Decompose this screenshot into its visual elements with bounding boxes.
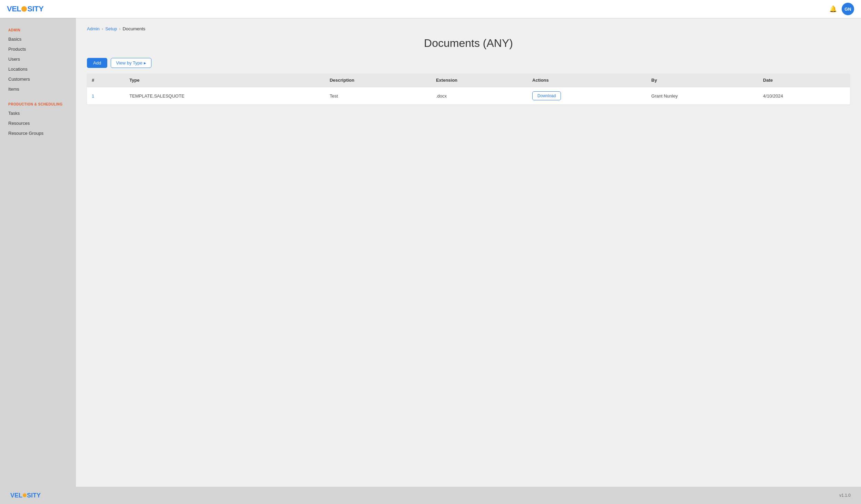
row-by: Grant Nunley: [646, 87, 758, 105]
sidebar-item-users[interactable]: Users: [0, 54, 76, 64]
logo: VELSITY: [7, 4, 43, 13]
footer: VELSITY v1.1.0: [0, 487, 861, 504]
col-header-type: Type: [125, 73, 325, 87]
sidebar-item-resources[interactable]: Resources: [0, 118, 76, 128]
breadcrumb-current: Documents: [123, 26, 146, 31]
documents-table-container: # Type Description Extension Actions By …: [87, 73, 850, 104]
user-avatar[interactable]: GN: [842, 3, 854, 15]
col-header-description: Description: [325, 73, 431, 87]
sidebar-item-tasks[interactable]: Tasks: [0, 108, 76, 118]
col-header-actions: Actions: [527, 73, 646, 87]
sidebar-item-resource-groups[interactable]: Resource Groups: [0, 128, 76, 138]
logo-circle: [21, 6, 27, 12]
breadcrumb: Admin › Setup › Documents: [87, 26, 850, 31]
breadcrumb-sep-1: ›: [102, 26, 103, 31]
breadcrumb-admin[interactable]: Admin: [87, 26, 100, 31]
top-navigation: VELSITY 🔔 GN: [0, 0, 861, 18]
breadcrumb-setup[interactable]: Setup: [105, 26, 117, 31]
row-num: 1: [87, 87, 125, 105]
footer-version: v1.1.0: [839, 493, 851, 498]
table-body: 1 TEMPLATE.SALESQUOTE Test .docx Downloa…: [87, 87, 850, 105]
page-title: Documents (ANY): [87, 37, 850, 50]
view-by-type-button[interactable]: View by Type ▸: [111, 58, 151, 68]
layout: ADMIN Basics Products Users Locations Cu…: [0, 18, 861, 504]
sidebar-item-items[interactable]: Items: [0, 84, 76, 94]
row-date: 4/10/2024: [758, 87, 850, 105]
sidebar-item-products[interactable]: Products: [0, 44, 76, 54]
logo-text-sity: SITY: [27, 4, 43, 13]
row-type: TEMPLATE.SALESQUOTE: [125, 87, 325, 105]
footer-logo-circle: [23, 493, 27, 497]
notification-bell-icon[interactable]: 🔔: [829, 5, 837, 13]
sidebar-item-basics[interactable]: Basics: [0, 34, 76, 44]
admin-section-label: ADMIN: [0, 25, 76, 34]
add-button[interactable]: Add: [87, 58, 107, 68]
col-header-num: #: [87, 73, 125, 87]
breadcrumb-sep-2: ›: [119, 26, 120, 31]
row-description: Test: [325, 87, 431, 105]
row-extension: .docx: [431, 87, 527, 105]
topnav-right: 🔔 GN: [829, 3, 854, 15]
sidebar-item-customers[interactable]: Customers: [0, 74, 76, 84]
table-header: # Type Description Extension Actions By …: [87, 73, 850, 87]
prod-section-label: PRODUCTION & SCHEDULING: [0, 99, 76, 108]
sidebar: ADMIN Basics Products Users Locations Cu…: [0, 18, 76, 504]
col-header-extension: Extension: [431, 73, 527, 87]
table-row: 1 TEMPLATE.SALESQUOTE Test .docx Downloa…: [87, 87, 850, 105]
toolbar: Add View by Type ▸: [87, 58, 850, 68]
row-actions: Download: [527, 87, 646, 105]
main-content: Admin › Setup › Documents Documents (ANY…: [76, 18, 861, 504]
sidebar-item-locations[interactable]: Locations: [0, 64, 76, 74]
col-header-by: By: [646, 73, 758, 87]
download-button[interactable]: Download: [532, 91, 561, 100]
sidebar-content: ADMIN Basics Products Users Locations Cu…: [0, 25, 76, 138]
col-header-date: Date: [758, 73, 850, 87]
documents-table: # Type Description Extension Actions By …: [87, 73, 850, 104]
footer-logo: VELSITY: [10, 492, 41, 499]
logo-text-vel: VEL: [7, 4, 21, 13]
